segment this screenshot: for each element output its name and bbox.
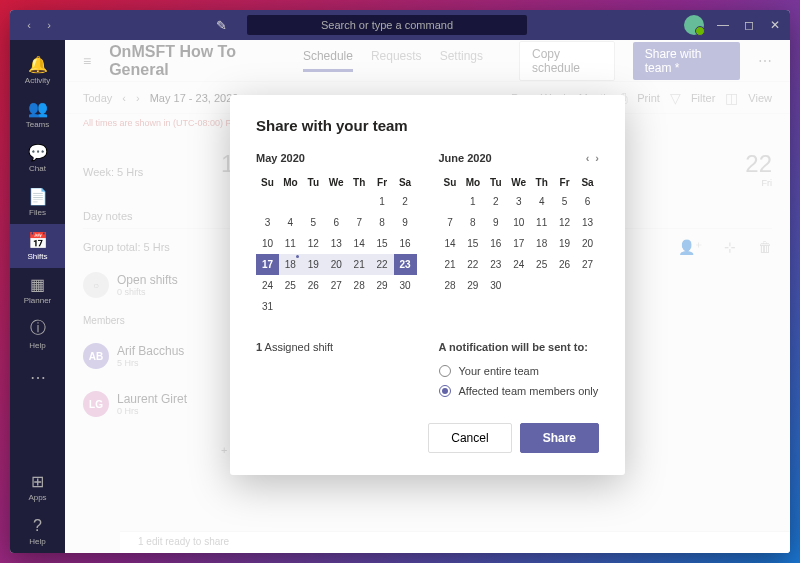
cal-day[interactable]: 4	[530, 191, 553, 212]
cal-day[interactable]: 6	[576, 191, 599, 212]
cal-day[interactable]: 5	[553, 191, 576, 212]
search-input[interactable]: Search or type a command	[247, 15, 527, 35]
cal-day[interactable]: 21	[439, 254, 462, 275]
rail-apps[interactable]: ⊞Apps	[10, 465, 65, 509]
maximize-icon[interactable]: ◻	[742, 18, 756, 32]
share-modal: Share with your team May 2020 SuMoTuWeTh…	[230, 95, 625, 475]
rail-files[interactable]: 📄Files	[10, 180, 65, 224]
cal-day[interactable]: 29	[371, 275, 394, 296]
cal-day[interactable]: 15	[461, 233, 484, 254]
rail-help[interactable]: ?Help	[10, 509, 65, 553]
modal-title: Share with your team	[256, 117, 599, 134]
cal-day[interactable]: 8	[461, 212, 484, 233]
cal-day[interactable]: 12	[553, 212, 576, 233]
cal-day[interactable]: 4	[279, 212, 302, 233]
cal-day[interactable]: 8	[371, 212, 394, 233]
cal-day[interactable]: 18	[530, 233, 553, 254]
cal-day[interactable]: 14	[439, 233, 462, 254]
cal2-month: June 2020	[439, 152, 492, 164]
nav-back-icon[interactable]: ‹	[22, 18, 36, 32]
share-button[interactable]: Share	[520, 423, 599, 453]
cal-day[interactable]: 24	[507, 254, 530, 275]
cal-day[interactable]: 17	[507, 233, 530, 254]
cal-day[interactable]: 22	[461, 254, 484, 275]
cal-day[interactable]: 27	[576, 254, 599, 275]
cal-day[interactable]: 7	[348, 212, 371, 233]
cal-day[interactable]: 6	[325, 212, 348, 233]
rail-[interactable]: ⋯	[10, 356, 65, 400]
modal-overlay: Share with your team May 2020 SuMoTuWeTh…	[65, 40, 790, 553]
cal-day[interactable]: 27	[325, 275, 348, 296]
rail-shifts[interactable]: 📅Shifts	[10, 224, 65, 268]
cal-day[interactable]: 23	[394, 254, 417, 275]
cal-prev-icon[interactable]: ‹	[586, 152, 590, 164]
cancel-button[interactable]: Cancel	[428, 423, 511, 453]
cal-day[interactable]: 1	[371, 191, 394, 212]
cal-day[interactable]: 30	[484, 275, 507, 296]
cal-day[interactable]: 20	[325, 254, 348, 275]
cal-day[interactable]: 13	[576, 212, 599, 233]
cal-day[interactable]: 31	[256, 296, 279, 317]
cal-day[interactable]: 9	[484, 212, 507, 233]
close-icon[interactable]: ✕	[768, 18, 782, 32]
cal-day[interactable]: 10	[256, 233, 279, 254]
cal-day[interactable]: 14	[348, 233, 371, 254]
cal-day[interactable]: 16	[394, 233, 417, 254]
cal-day[interactable]: 2	[394, 191, 417, 212]
rail-teams[interactable]: 👥Teams	[10, 92, 65, 136]
cal-next-icon[interactable]: ›	[595, 152, 599, 164]
cal-day[interactable]: 13	[325, 233, 348, 254]
cal-day[interactable]: 11	[530, 212, 553, 233]
cal-day[interactable]: 16	[484, 233, 507, 254]
cal-day[interactable]: 2	[484, 191, 507, 212]
cal-day[interactable]: 18	[279, 254, 302, 275]
minimize-icon[interactable]: —	[716, 18, 730, 32]
cal-day[interactable]: 25	[279, 275, 302, 296]
notify-title: A notification will be sent to:	[439, 341, 600, 353]
cal1-month: May 2020	[256, 152, 305, 164]
cal-day[interactable]: 21	[348, 254, 371, 275]
rail-planner[interactable]: ▦Planner	[10, 268, 65, 312]
cal-day[interactable]: 29	[461, 275, 484, 296]
cal-day[interactable]: 28	[348, 275, 371, 296]
user-avatar[interactable]	[684, 15, 704, 35]
rail-activity[interactable]: 🔔Activity	[10, 48, 65, 92]
cal-day[interactable]: 15	[371, 233, 394, 254]
cal-day[interactable]: 24	[256, 275, 279, 296]
cal-day[interactable]: 5	[302, 212, 325, 233]
cal-day[interactable]: 19	[553, 233, 576, 254]
cal-day[interactable]: 23	[484, 254, 507, 275]
cal-day[interactable]: 20	[576, 233, 599, 254]
titlebar: ‹ › ✎ Search or type a command — ◻ ✕	[10, 10, 790, 40]
compose-icon[interactable]: ✎	[216, 18, 227, 33]
app-rail: 🔔Activity👥Teams💬Chat📄Files📅Shifts▦Planne…	[10, 40, 65, 553]
rail-chat[interactable]: 💬Chat	[10, 136, 65, 180]
cal-day[interactable]: 19	[302, 254, 325, 275]
rail-help[interactable]: ⓘHelp	[10, 312, 65, 356]
cal-day[interactable]: 10	[507, 212, 530, 233]
cal-day[interactable]: 17	[256, 254, 279, 275]
cal-day[interactable]: 9	[394, 212, 417, 233]
cal-day[interactable]: 28	[439, 275, 462, 296]
cal-day[interactable]: 3	[256, 212, 279, 233]
cal-day[interactable]: 30	[394, 275, 417, 296]
cal-day[interactable]: 7	[439, 212, 462, 233]
cal-day[interactable]: 3	[507, 191, 530, 212]
cal-day[interactable]: 1	[461, 191, 484, 212]
nav-fwd-icon[interactable]: ›	[42, 18, 56, 32]
cal-day[interactable]: 25	[530, 254, 553, 275]
cal-day[interactable]: 12	[302, 233, 325, 254]
cal-day[interactable]: 26	[302, 275, 325, 296]
radio-affected-only[interactable]: Affected team members only	[439, 381, 600, 401]
cal-day[interactable]: 11	[279, 233, 302, 254]
cal-day[interactable]: 22	[371, 254, 394, 275]
radio-entire-team[interactable]: Your entire team	[439, 361, 600, 381]
cal-day[interactable]: 26	[553, 254, 576, 275]
